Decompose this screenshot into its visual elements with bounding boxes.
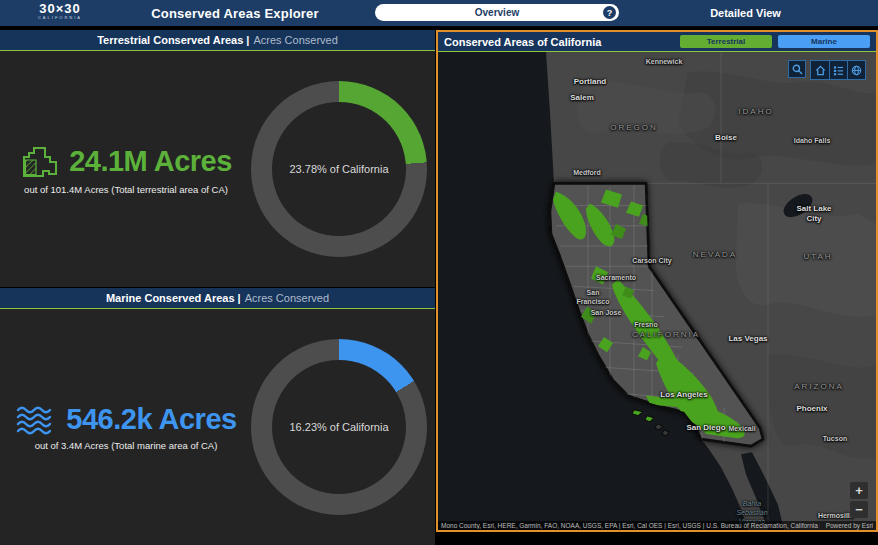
terrestrial-donut-hole: 23.78% of California bbox=[272, 102, 406, 236]
marine-acres-value: 546.2k Acres bbox=[66, 403, 236, 436]
map-panel-header: Conserved Areas of California Terrestria… bbox=[438, 32, 876, 52]
terrestrial-donut-label: 23.78% of California bbox=[289, 163, 388, 175]
zoom-in-button[interactable]: + bbox=[850, 482, 868, 499]
waves-icon bbox=[15, 405, 57, 435]
map-attribution-bar: Mono County, Esri, HERE, Garmin, FAO, NO… bbox=[438, 521, 876, 530]
zoom-out-button[interactable]: − bbox=[850, 501, 868, 518]
marine-subtitle-label: Acres Conserved bbox=[245, 292, 329, 304]
logo-subtext: CALIFORNIA bbox=[30, 16, 90, 20]
marine-stat: 546.2k Acres out of 3.4M Acres (Total ma… bbox=[0, 403, 248, 451]
search-icon[interactable] bbox=[788, 60, 806, 78]
main-content: Terrestrial Conserved Areas | Acres Cons… bbox=[0, 26, 878, 545]
marine-donut-chart: 16.23% of California bbox=[251, 339, 427, 515]
terrestrial-stat: 24.1M Acres out of 101.4M Acres (Total t… bbox=[0, 144, 248, 195]
terrestrial-acres-value: 24.1M Acres bbox=[69, 145, 232, 178]
terrestrial-section-body: 24.1M Acres out of 101.4M Acres (Total t… bbox=[0, 51, 435, 287]
marine-acres-subtitle: out of 3.4M Acres (Total marine area of … bbox=[4, 440, 248, 451]
help-icon[interactable]: ? bbox=[603, 6, 616, 19]
marine-section-header: Marine Conserved Areas | Acres Conserved bbox=[0, 288, 435, 309]
home-icon[interactable] bbox=[811, 61, 829, 79]
basemap-graphic bbox=[438, 52, 876, 530]
terrestrial-title: Terrestrial Conserved Areas | bbox=[97, 34, 249, 46]
attribution-text: Mono County, Esri, HERE, Garmin, FAO, NO… bbox=[441, 522, 820, 529]
marine-donut-label: 16.23% of California bbox=[289, 421, 388, 433]
marine-donut-hole: 16.23% of California bbox=[272, 360, 406, 494]
basemap-icon[interactable] bbox=[847, 61, 865, 79]
terrestrial-acres-subtitle: out of 101.4M Acres (Total terrestrial a… bbox=[4, 184, 248, 195]
marine-section: Marine Conserved Areas | Acres Conserved bbox=[0, 288, 435, 545]
overview-tab[interactable]: Overview ? bbox=[375, 4, 619, 21]
app-header: 30×30 CALIFORNIA Conserved Areas Explore… bbox=[0, 0, 878, 26]
map-toolbar bbox=[788, 60, 866, 80]
logo-text: 30×30 bbox=[30, 2, 90, 15]
map-canvas[interactable]: KennewickPortlandSalemOREGONMedfordIDAHO… bbox=[438, 52, 876, 530]
stats-column: Terrestrial Conserved Areas | Acres Cons… bbox=[0, 30, 435, 545]
marine-section-body: 546.2k Acres out of 3.4M Acres (Total ma… bbox=[0, 309, 435, 545]
terrestrial-section-header: Terrestrial Conserved Areas | Acres Cons… bbox=[0, 30, 435, 51]
overview-tab-label: Overview bbox=[475, 7, 519, 18]
map-tool-group bbox=[810, 60, 866, 80]
legend-icon[interactable] bbox=[829, 61, 847, 79]
map-panel: Conserved Areas of California Terrestria… bbox=[436, 30, 878, 532]
powered-by-esri: Powered by Esri bbox=[826, 522, 873, 529]
thirty-by-thirty-logo: 30×30 CALIFORNIA bbox=[30, 2, 90, 20]
terrestrial-layer-button[interactable]: Terrestrial bbox=[680, 35, 772, 48]
marine-title: Marine Conserved Areas | bbox=[106, 292, 241, 304]
conserved-areas-explorer-app: 30×30 CALIFORNIA Conserved Areas Explore… bbox=[0, 0, 878, 545]
detailed-view-tab[interactable]: Detailed View bbox=[698, 0, 793, 26]
page-title: Conserved Areas Explorer bbox=[120, 0, 350, 26]
terrestrial-section: Terrestrial Conserved Areas | Acres Cons… bbox=[0, 30, 435, 287]
terrestrial-subtitle-label: Acres Conserved bbox=[253, 34, 337, 46]
map-title: Conserved Areas of California bbox=[444, 36, 674, 48]
map-zoom-controls: + − bbox=[850, 482, 868, 518]
land-parcel-icon bbox=[20, 144, 60, 180]
terrestrial-donut-chart: 23.78% of California bbox=[251, 81, 427, 257]
marine-layer-button[interactable]: Marine bbox=[778, 35, 870, 48]
